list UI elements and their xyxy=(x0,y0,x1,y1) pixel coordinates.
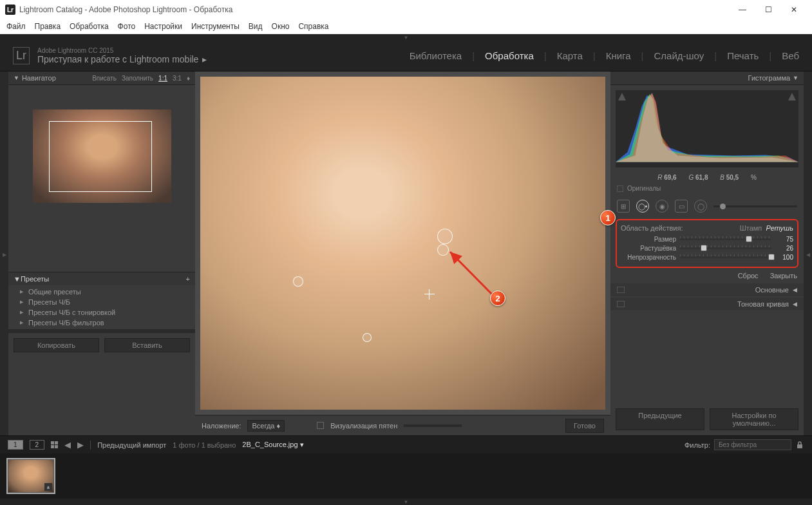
preset-folder[interactable]: Пресеты Ч/Б с тонировкой xyxy=(8,307,195,318)
menu-help[interactable]: Справка xyxy=(298,22,328,31)
overlay-dropdown[interactable]: Всегда ♦ xyxy=(247,420,285,432)
module-map[interactable]: Карта xyxy=(557,50,583,61)
filter-dropdown[interactable]: Без фильтра xyxy=(714,439,791,450)
opacity-slider[interactable] xyxy=(680,256,771,258)
nav-fill[interactable]: Заполнить xyxy=(122,75,153,82)
size-label: Размер xyxy=(621,236,676,243)
size-slider[interactable] xyxy=(680,238,771,240)
left-strip[interactable] xyxy=(0,71,8,435)
module-print[interactable]: Печать xyxy=(727,50,759,61)
menu-file[interactable]: Файл xyxy=(6,22,26,31)
mobile-link[interactable]: Приступая к работе с Lightroom mobile ▸ xyxy=(37,54,207,64)
module-library[interactable]: Библиотека xyxy=(410,50,462,61)
source-label[interactable]: Предыдущий импорт xyxy=(97,441,166,449)
spot-circle[interactable] xyxy=(437,229,453,244)
presets-list: Общие пресеты Пресеты Ч/Б Пресеты Ч/Б с … xyxy=(8,285,195,329)
nav-fit[interactable]: Вписать xyxy=(92,75,117,82)
main-display-button[interactable]: 1 xyxy=(8,440,23,450)
add-preset-button[interactable]: + xyxy=(186,275,190,283)
navigator-header[interactable]: ▼ Навигатор Вписать Заполнить 1:1 3:1 ♦ xyxy=(8,71,195,85)
bottom-collapse[interactable]: ▼ xyxy=(0,499,812,505)
triangle-down-icon: ▼ xyxy=(14,275,21,283)
presets-header[interactable]: ▼ Пресеты + xyxy=(8,272,195,285)
menu-edit[interactable]: Правка xyxy=(35,22,61,31)
done-button[interactable]: Готово xyxy=(565,419,604,433)
photo-count: 1 фото / 1 выбрано xyxy=(173,441,236,449)
filter-lock-icon[interactable] xyxy=(795,441,804,450)
close-button[interactable]: Закрыть xyxy=(770,272,797,280)
prev-photo-button[interactable]: ◀ xyxy=(64,440,71,450)
nav-1to1[interactable]: 1:1 xyxy=(158,75,167,82)
right-strip[interactable] xyxy=(804,71,812,435)
mode-stamp[interactable]: Штамп xyxy=(740,224,762,232)
mode-heal[interactable]: Ретушь xyxy=(766,224,793,232)
presets-title: Пресеты xyxy=(21,275,49,283)
gradient-tool-icon[interactable]: ▭ xyxy=(675,200,688,213)
next-photo-button[interactable]: ▶ xyxy=(77,440,84,450)
navigator-title: Навигатор xyxy=(22,74,56,82)
histogram[interactable] xyxy=(616,90,798,167)
module-develop[interactable]: Обработка xyxy=(485,50,534,61)
crop-tool-icon[interactable]: ⊞ xyxy=(617,200,630,213)
spot-removal-panel: Область действия: Штамп Ретушь Размер 75… xyxy=(616,219,798,268)
feather-label: Растушёвка xyxy=(621,245,676,252)
image-preview[interactable]: 2 xyxy=(200,77,605,410)
second-display-button[interactable]: 2 xyxy=(30,440,45,450)
product-name: Adobe Lightroom CC 2015 xyxy=(37,47,207,54)
window-title: Lightroom Catalog - Adobe Photoshop Ligh… xyxy=(19,5,730,14)
preset-folder[interactable]: Пресеты Ч/Б фильтров xyxy=(8,318,195,328)
menu-settings[interactable]: Настройки xyxy=(144,22,182,31)
filmstrip[interactable]: ± xyxy=(0,453,812,499)
copy-button[interactable]: Копировать xyxy=(14,338,99,352)
nav-3to1[interactable]: 3:1 xyxy=(173,75,182,82)
paste-button[interactable]: Вставить xyxy=(104,338,190,352)
filename[interactable]: 2B_C_Source.jpg ▾ xyxy=(242,441,303,449)
titlebar: Lr Lightroom Catalog - Adobe Photoshop L… xyxy=(0,0,812,19)
visualize-slider[interactable] xyxy=(404,424,462,427)
preset-folder[interactable]: Общие пресеты xyxy=(8,287,195,297)
module-web[interactable]: Веб xyxy=(782,50,799,61)
visualize-spots-checkbox[interactable] xyxy=(317,422,324,429)
nav-zoom-dropdown-icon[interactable]: ♦ xyxy=(187,75,190,82)
redeye-tool-icon[interactable]: ◉ xyxy=(656,200,668,213)
close-button[interactable]: ✕ xyxy=(781,0,807,19)
filmstrip-thumbnail[interactable]: ± xyxy=(8,459,54,493)
spot-tool-icon[interactable]: ◯• xyxy=(636,200,649,213)
menu-window[interactable]: Окно xyxy=(272,22,290,31)
center-area: 2 Наложение: Всегда ♦ Визуализация пятен… xyxy=(195,71,610,435)
logo: Lr xyxy=(13,47,30,64)
menu-develop[interactable]: Обработка xyxy=(70,22,109,31)
menu-view[interactable]: Вид xyxy=(249,22,263,31)
feather-slider[interactable] xyxy=(680,247,771,249)
preset-folder[interactable]: Пресеты Ч/Б xyxy=(8,297,195,307)
module-slideshow[interactable]: Слайд-шоу xyxy=(654,50,704,61)
chevron-right-icon: ▸ xyxy=(202,54,207,64)
navigator-thumbnail[interactable] xyxy=(33,110,171,203)
maximize-button[interactable]: ☐ xyxy=(755,0,781,19)
histogram-header[interactable]: Гистограмма ▼ xyxy=(610,71,804,85)
minimize-button[interactable]: — xyxy=(730,0,755,19)
panel-switch-icon[interactable] xyxy=(617,287,625,293)
basic-header[interactable]: Основные ◀ xyxy=(610,283,804,296)
module-book[interactable]: Книга xyxy=(606,50,631,61)
spot-circle[interactable] xyxy=(363,333,372,342)
menu-tools[interactable]: Инструменты xyxy=(191,22,240,31)
originals-row[interactable]: Оригиналы xyxy=(610,182,804,195)
previous-button[interactable]: Предыдущие xyxy=(616,408,704,430)
top-collapse[interactable]: ▼ xyxy=(0,34,812,41)
navigator-panel[interactable] xyxy=(8,85,195,272)
originals-checkbox[interactable] xyxy=(617,186,623,192)
navigator-crop-rect[interactable] xyxy=(49,121,152,192)
menu-photo[interactable]: Фото xyxy=(118,22,136,31)
radial-tool-icon[interactable]: ◯ xyxy=(694,200,707,213)
tone-curve-header[interactable]: Тоновая кривая ◀ xyxy=(610,298,804,310)
menubar: Файл Правка Обработка Фото Настройки Инс… xyxy=(0,19,812,34)
defaults-button[interactable]: Настройки по умолчанию... xyxy=(710,408,798,430)
reset-button[interactable]: Сброс xyxy=(738,272,759,280)
spot-circle[interactable] xyxy=(293,276,303,287)
filter-label: Фильтр: xyxy=(685,441,710,449)
grid-view-icon[interactable] xyxy=(51,441,58,448)
panel-switch-icon[interactable] xyxy=(617,301,625,307)
brush-size-slider[interactable] xyxy=(713,205,797,207)
svg-line-0 xyxy=(450,252,493,296)
